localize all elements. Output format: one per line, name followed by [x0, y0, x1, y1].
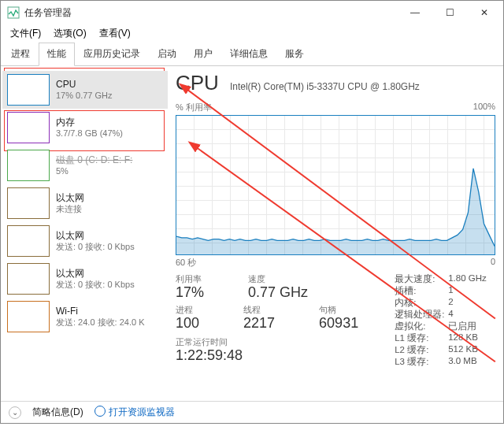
stat-speed-label: 速度: [248, 273, 308, 285]
sidebar-thumb-icon: [7, 263, 50, 295]
sidebar-item-title: CPU: [56, 79, 113, 91]
fewer-details-label[interactable]: 简略信息(D): [32, 406, 83, 419]
spec-cores-v: 2: [448, 297, 453, 309]
spec-l3-k: L3 缓存:: [395, 356, 445, 368]
sidebar-item-title: 以太网: [56, 192, 84, 204]
sidebar-item-6[interactable]: Wi-Fi发送: 24.0 接收: 24.0 K: [2, 298, 168, 336]
spec-sockets-k: 插槽:: [395, 285, 445, 297]
window-controls: — ☐ ✕: [398, 2, 502, 24]
cpu-utilization-chart: [176, 115, 495, 255]
sidebar-item-0[interactable]: CPU17% 0.77 GHz: [2, 71, 168, 109]
sidebar-item-subtitle: 5%: [56, 166, 132, 177]
plot-axis-top-left: % 利用率: [176, 102, 212, 113]
main-panel: CPU Intel(R) Core(TM) i5-3337U CPU @ 1.8…: [168, 66, 503, 405]
spec-l1-v: 128 KB: [448, 332, 478, 344]
task-manager-window: 任务管理器 — ☐ ✕ 文件(F) 选项(O) 查看(V) 进程性能应用历史记录…: [0, 0, 504, 424]
tab-0[interactable]: 进程: [2, 43, 39, 66]
fewer-details-button[interactable]: ⌄: [9, 406, 21, 419]
spec-l1-k: L1 缓存:: [395, 332, 445, 344]
bottom-bar: ⌄ 简略信息(D) 打开资源监视器: [1, 401, 503, 423]
spec-virt-v: 已启用: [448, 321, 476, 332]
minimize-button[interactable]: —: [398, 2, 432, 24]
spec-maxspeed-k: 最大速度:: [395, 273, 445, 285]
plot-axis-top-right: 100%: [473, 102, 495, 113]
sidebar-item-4[interactable]: 以太网发送: 0 接收: 0 Kbps: [2, 222, 168, 260]
sidebar-thumb-icon: [7, 150, 50, 181]
stat-speed-value: 0.77 GHz: [248, 284, 308, 301]
sidebar-item-title: 以太网: [56, 230, 135, 242]
spec-logical-v: 4: [448, 309, 453, 321]
sidebar-item-title: 磁盘 0 (C: D: E: F:: [56, 154, 132, 166]
app-icon: [7, 6, 20, 19]
tab-6[interactable]: 服务: [276, 43, 313, 66]
sidebar-item-3[interactable]: 以太网未连接: [2, 184, 168, 222]
sidebar-item-subtitle: 未连接: [56, 204, 84, 215]
sidebar-item-5[interactable]: 以太网发送: 0 接收: 0 Kbps: [2, 260, 168, 298]
stat-uptime-value: 1:22:59:48: [176, 347, 379, 364]
sidebar-item-1[interactable]: 内存3.7/7.8 GB (47%): [2, 109, 168, 146]
open-resource-monitor-link[interactable]: 打开资源监视器: [94, 406, 175, 419]
stat-util-label: 利用率: [176, 273, 204, 285]
tab-4[interactable]: 用户: [185, 43, 221, 66]
content-area: CPU17% 0.77 GHz内存3.7/7.8 GB (47%)磁盘 0 (C…: [1, 66, 503, 405]
window-title: 任务管理器: [24, 6, 398, 20]
stat-thread-label: 线程: [243, 304, 275, 316]
sidebar-thumb-icon: [7, 187, 50, 219]
spec-virt-k: 虚拟化:: [395, 321, 445, 332]
titlebar[interactable]: 任务管理器 — ☐ ✕: [1, 1, 503, 24]
sidebar-thumb-icon: [7, 74, 50, 106]
spec-sockets-v: 1: [448, 285, 453, 297]
stat-proc-value: 100: [176, 315, 199, 332]
plot-axis-bottom-right: 0: [491, 257, 495, 269]
page-subtitle: Intel(R) Core(TM) i5-3337U CPU @ 1.80GHz: [230, 81, 420, 92]
sidebar-thumb-icon: [7, 112, 50, 143]
menubar: 文件(F) 选项(O) 查看(V): [1, 24, 503, 42]
spec-l3-v: 3.0 MB: [448, 356, 476, 368]
menu-options[interactable]: 选项(O): [49, 25, 91, 42]
sidebar-item-subtitle: 17% 0.77 GHz: [56, 91, 113, 102]
sidebar-item-2[interactable]: 磁盘 0 (C: D: E: F:5%: [2, 146, 168, 184]
spec-logical-k: 逻辑处理器:: [395, 309, 445, 321]
stats-block: 利用率 17% 速度 0.77 GHz 进程 100: [176, 273, 495, 368]
spec-cores-k: 内核:: [395, 297, 445, 309]
close-button[interactable]: ✕: [467, 2, 502, 24]
page-title: CPU: [176, 71, 219, 95]
spec-l2-k: L2 缓存:: [395, 344, 445, 356]
sidebar-item-subtitle: 发送: 24.0 接收: 24.0 K: [56, 317, 145, 328]
sidebar-thumb-icon: [7, 301, 50, 332]
tab-1[interactable]: 性能: [39, 43, 75, 66]
tabbar: 进程性能应用历史记录启动用户详细信息服务: [1, 42, 503, 66]
stat-thread-value: 2217: [243, 315, 275, 332]
menu-view[interactable]: 查看(V): [94, 25, 135, 42]
sidebar-thumb-icon: [7, 225, 50, 257]
tab-5[interactable]: 详细信息: [221, 43, 276, 66]
sidebar-item-subtitle: 3.7/7.8 GB (47%): [56, 128, 123, 139]
tab-3[interactable]: 启动: [149, 43, 185, 66]
sidebar-item-subtitle: 发送: 0 接收: 0 Kbps: [56, 280, 135, 291]
sidebar-item-subtitle: 发送: 0 接收: 0 Kbps: [56, 242, 135, 253]
stat-handle-label: 句柄: [319, 304, 358, 316]
sidebar-item-title: 内存: [56, 117, 123, 128]
stat-handle-value: 60931: [319, 315, 358, 332]
sidebar-item-title: Wi-Fi: [56, 306, 145, 317]
plot-axis-bottom-left: 60 秒: [176, 257, 196, 269]
spec-l2-v: 512 KB: [448, 344, 478, 356]
sidebar-item-title: 以太网: [56, 268, 135, 280]
maximize-button[interactable]: ☐: [432, 2, 467, 24]
stat-uptime-label: 正常运行时间: [176, 336, 379, 348]
stat-util-value: 17%: [176, 284, 204, 301]
tab-2[interactable]: 应用历史记录: [75, 43, 149, 66]
resource-monitor-icon: [94, 406, 106, 417]
sidebar[interactable]: CPU17% 0.77 GHz内存3.7/7.8 GB (47%)磁盘 0 (C…: [1, 66, 168, 405]
menu-file[interactable]: 文件(F): [6, 25, 46, 42]
stat-proc-label: 进程: [176, 304, 199, 316]
spec-maxspeed-v: 1.80 GHz: [448, 273, 487, 285]
